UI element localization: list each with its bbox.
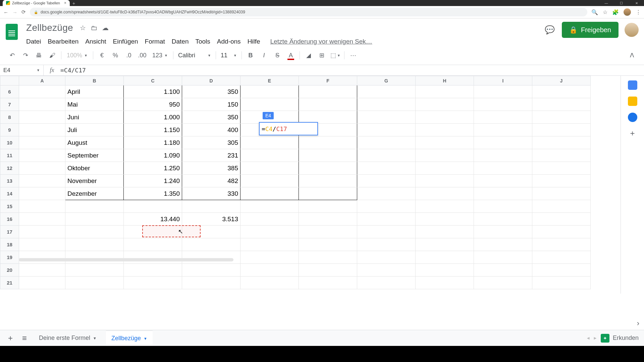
font-size-select[interactable]: 11▼ <box>219 52 239 59</box>
calendar-icon[interactable] <box>628 80 637 90</box>
menu-format[interactable]: Format <box>142 37 168 46</box>
cell[interactable] <box>357 277 416 289</box>
cell[interactable] <box>299 98 357 111</box>
strike-button[interactable]: S <box>271 49 283 61</box>
cell[interactable] <box>124 238 182 251</box>
cell[interactable] <box>240 98 299 111</box>
cell[interactable]: 330 <box>182 187 240 200</box>
cell[interactable] <box>416 175 474 187</box>
cell-editor[interactable]: =C4/C17 <box>259 122 318 135</box>
cell[interactable] <box>124 251 182 264</box>
percent-button[interactable]: % <box>109 49 121 61</box>
row-header[interactable]: 17 <box>0 226 19 238</box>
cell[interactable]: 482 <box>182 175 240 187</box>
cell[interactable] <box>240 187 299 200</box>
cell[interactable] <box>182 277 240 289</box>
cell[interactable]: Mai <box>65 98 124 111</box>
currency-button[interactable]: € <box>96 49 108 61</box>
cell[interactable] <box>299 175 357 187</box>
row-header[interactable]: 16 <box>0 213 19 226</box>
cell[interactable] <box>532 213 591 226</box>
bold-button[interactable]: B <box>245 49 257 61</box>
side-panel-expand-icon[interactable]: › <box>637 319 639 328</box>
col-header-g[interactable]: G <box>357 76 416 85</box>
zoom-select[interactable]: 100%▼ <box>64 52 90 59</box>
forward-button[interactable]: → <box>12 9 17 15</box>
cell[interactable]: 305 <box>182 136 240 149</box>
cell[interactable] <box>357 98 416 111</box>
cell[interactable] <box>416 162 474 175</box>
reload-button[interactable]: ⟳ <box>21 9 26 15</box>
cell[interactable] <box>532 111 591 124</box>
col-header-b[interactable]: B <box>65 76 124 85</box>
cell[interactable] <box>416 98 474 111</box>
cell[interactable] <box>240 238 299 251</box>
cell[interactable] <box>65 264 124 277</box>
cell[interactable] <box>474 175 532 187</box>
minimize-button[interactable]: — <box>599 0 614 6</box>
cell[interactable]: 1.000 <box>124 111 182 124</box>
menu-addons[interactable]: Add-ons <box>214 37 244 46</box>
fill-color-button[interactable]: ◢ <box>303 49 315 61</box>
cell[interactable] <box>299 264 357 277</box>
cell[interactable] <box>357 264 416 277</box>
row-header[interactable]: 14 <box>0 187 19 200</box>
cell[interactable] <box>65 251 124 264</box>
document-title[interactable]: Zellbezüge <box>24 22 75 34</box>
cell[interactable]: 1.250 <box>124 162 182 175</box>
cell[interactable] <box>416 124 474 136</box>
cell[interactable] <box>532 85 591 98</box>
cell[interactable]: 400 <box>182 124 240 136</box>
cell[interactable] <box>474 124 532 136</box>
row-header[interactable]: 20 <box>0 264 19 277</box>
cell[interactable] <box>357 238 416 251</box>
cell[interactable] <box>474 149 532 162</box>
cell[interactable] <box>19 98 65 111</box>
row-header[interactable]: 7 <box>0 98 19 111</box>
cell[interactable] <box>65 277 124 289</box>
cell[interactable] <box>416 264 474 277</box>
cell[interactable] <box>532 238 591 251</box>
row-header[interactable]: 9 <box>0 124 19 136</box>
col-header-d[interactable]: D <box>182 76 240 85</box>
cell[interactable] <box>299 162 357 175</box>
row-header[interactable]: 11 <box>0 149 19 162</box>
cell[interactable] <box>416 213 474 226</box>
cell[interactable] <box>357 175 416 187</box>
cell[interactable] <box>357 136 416 149</box>
comments-icon[interactable]: 💬 <box>544 24 556 36</box>
cell[interactable] <box>65 213 124 226</box>
paint-format-button[interactable]: 🖌 <box>46 49 58 61</box>
star-icon[interactable]: ☆ <box>603 9 607 15</box>
cell[interactable] <box>474 98 532 111</box>
cell[interactable] <box>19 149 65 162</box>
more-button[interactable]: ⋯ <box>347 49 359 61</box>
cell[interactable] <box>19 175 65 187</box>
add-sheet-button[interactable]: + <box>5 332 15 344</box>
sheet-tab-caret-icon[interactable]: ▼ <box>144 337 147 341</box>
row-header[interactable]: 10 <box>0 136 19 149</box>
cell[interactable]: 231 <box>182 149 240 162</box>
cell[interactable] <box>65 200 124 213</box>
cell[interactable]: Dezember <box>65 187 124 200</box>
cell[interactable]: 350 <box>182 85 240 98</box>
col-header-j[interactable]: J <box>532 76 591 85</box>
cell[interactable] <box>240 136 299 149</box>
cell[interactable] <box>474 213 532 226</box>
cell[interactable] <box>299 213 357 226</box>
cell[interactable]: 1.180 <box>124 136 182 149</box>
cell[interactable] <box>19 226 65 238</box>
cell[interactable] <box>19 264 65 277</box>
row-header[interactable]: 18 <box>0 238 19 251</box>
browser-menu-icon[interactable]: ⋮ <box>636 9 641 15</box>
increase-decimal-button[interactable]: .00 <box>136 49 148 61</box>
cell[interactable]: 385 <box>182 162 240 175</box>
row-header[interactable]: 21 <box>0 277 19 289</box>
sheet-tab-1[interactable]: Deine erste Formel ▼ <box>34 331 102 345</box>
cell[interactable] <box>474 85 532 98</box>
keep-icon[interactable] <box>628 97 637 106</box>
cell[interactable]: April <box>65 85 124 98</box>
cell[interactable] <box>416 226 474 238</box>
cell[interactable]: 1.350 <box>124 187 182 200</box>
cell[interactable] <box>299 85 357 98</box>
